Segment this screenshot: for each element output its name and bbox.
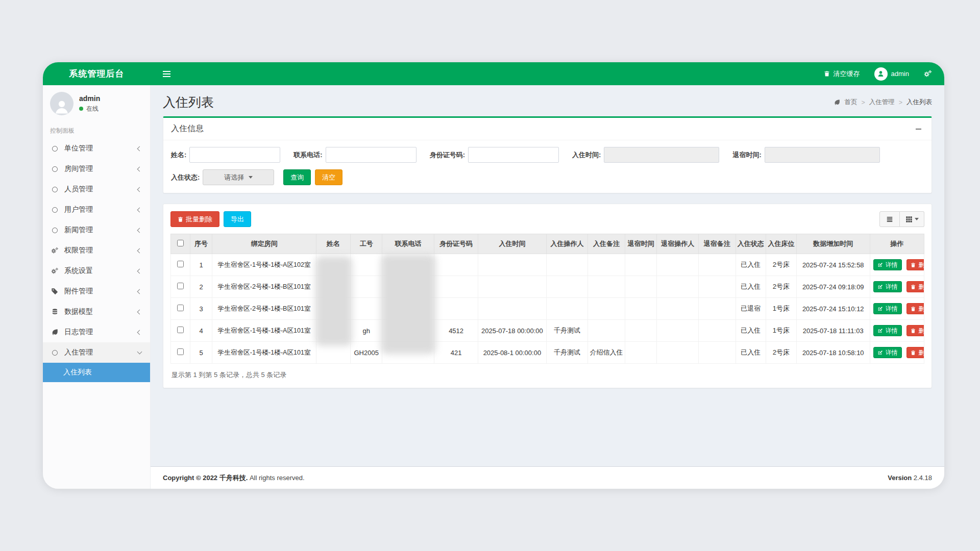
detail-button[interactable]: 详情 <box>873 259 902 270</box>
detail-button[interactable]: 详情 <box>873 325 902 336</box>
delete-button[interactable]: 删除 <box>906 303 924 314</box>
filter-panel-title: 入住信息 <box>171 123 204 134</box>
cell-phone <box>382 342 434 364</box>
checkin-time-input[interactable] <box>604 147 719 163</box>
cell-empno <box>350 254 382 276</box>
sidebar-item-日志管理[interactable]: 日志管理 <box>43 322 150 342</box>
delete-button[interactable]: 删除 <box>906 259 924 270</box>
cell-seq: 5 <box>190 342 212 364</box>
clear-cache-button[interactable]: 清空缓存 <box>824 69 860 79</box>
cell-seq: 4 <box>190 320 212 342</box>
clear-button[interactable]: 清空 <box>315 169 342 185</box>
chevron-icon <box>137 268 142 273</box>
top-navbar: 系统管理后台 清空缓存 admin <box>43 62 944 85</box>
cell-empno: GH2005 <box>350 342 382 364</box>
batch-delete-button[interactable]: 批量删除 <box>170 211 219 227</box>
cell-phone <box>382 320 434 342</box>
copyright-text: Copyright © 2022 千舟科技. All rights reserv… <box>163 473 305 483</box>
detail-button[interactable]: 详情 <box>873 347 902 358</box>
trash-icon <box>824 70 830 77</box>
table-panel: 批量删除 导出 <box>163 204 932 388</box>
name-input[interactable] <box>189 147 280 163</box>
chevron-icon <box>137 228 142 233</box>
checkout-time-input[interactable] <box>765 147 880 163</box>
cell-bed: 2号床 <box>766 276 797 298</box>
tag-icon <box>50 288 59 295</box>
column-settings-button[interactable] <box>900 211 924 227</box>
delete-button[interactable]: 删除 <box>906 281 924 292</box>
settings-button[interactable] <box>923 70 932 78</box>
circle-icon <box>50 146 59 152</box>
cogs-icon <box>923 70 932 78</box>
row-checkbox[interactable] <box>177 283 184 289</box>
chevron-icon <box>137 349 142 355</box>
cell-idcard <box>434 254 478 276</box>
phone-field-label: 联系电话: <box>293 151 322 160</box>
cell-status: 已入住 <box>736 342 766 364</box>
row-checkbox[interactable] <box>177 305 184 311</box>
row-checkbox[interactable] <box>177 348 184 355</box>
cell-checkout-time <box>625 320 657 342</box>
delete-button[interactable]: 删除 <box>906 347 924 358</box>
trash-icon <box>911 306 916 312</box>
chevron-icon <box>137 166 142 171</box>
collapse-icon[interactable] <box>913 124 924 134</box>
row-checkbox[interactable] <box>177 327 184 333</box>
cell-room: 学生宿舍区-2号楼-1楼-B区101室 <box>212 276 316 298</box>
cogs-icon <box>50 247 59 254</box>
detail-button[interactable]: 详情 <box>873 303 902 314</box>
sidebar-item-用户管理[interactable]: 用户管理 <box>43 199 150 220</box>
row-checkbox[interactable] <box>177 261 184 267</box>
sidebar-item-房间管理[interactable]: 房间管理 <box>43 159 150 179</box>
export-button[interactable]: 导出 <box>224 211 251 227</box>
sidebar-subitem-入住列表[interactable]: 入住列表 <box>43 363 150 382</box>
search-button[interactable]: 查询 <box>283 169 311 185</box>
sidebar-item-数据模型[interactable]: 数据模型 <box>43 302 150 322</box>
column-header: 入住操作人 <box>546 234 587 254</box>
cell-checkin-time <box>478 298 547 320</box>
cell-empno <box>350 298 382 320</box>
chevron-icon <box>137 289 142 294</box>
column-header: 退宿备注 <box>698 234 736 254</box>
cell-seq: 2 <box>190 276 212 298</box>
sidebar-item-新闻管理[interactable]: 新闻管理 <box>43 220 150 240</box>
sidebar-item-附件管理[interactable]: 附件管理 <box>43 281 150 302</box>
phone-input[interactable] <box>326 147 416 163</box>
sidebar-toggle-icon[interactable] <box>160 68 174 80</box>
toggle-pagination-button[interactable] <box>879 211 900 227</box>
column-header: 姓名 <box>316 234 351 254</box>
cell-checkin-note <box>588 276 625 298</box>
sidebar-item-单位管理[interactable]: 单位管理 <box>43 138 150 159</box>
cell-checkout-time <box>625 342 657 364</box>
user-menu[interactable]: admin <box>874 67 909 81</box>
circle-icon <box>50 207 59 213</box>
sidebar-item-系统设置[interactable]: 系统设置 <box>43 261 150 281</box>
breadcrumb-parent[interactable]: 入住管理 <box>869 98 895 107</box>
detail-button[interactable]: 详情 <box>873 281 902 292</box>
chevron-icon <box>137 146 142 151</box>
circle-icon <box>50 187 59 192</box>
sidebar-item-入住管理[interactable]: 入住管理 <box>43 342 150 363</box>
sidebar-item-权限管理[interactable]: 权限管理 <box>43 240 150 261</box>
cell-created: 2025-07-24 15:10:12 <box>796 298 870 320</box>
sidebar: admin 在线 控制面板 单位管理 房间管理 人员管理 用户管理 新闻管理 <box>43 85 151 489</box>
breadcrumb-home[interactable]: 首页 <box>844 98 857 107</box>
cell-created: 2025-07-18 11:11:03 <box>796 320 870 342</box>
circle-icon <box>50 350 59 356</box>
cell-phone <box>382 298 434 320</box>
brand-logo[interactable]: 系统管理后台 <box>43 68 151 80</box>
cell-room: 学生宿舍区-1号楼-1楼-A区101室 <box>212 342 316 364</box>
chevron-icon <box>137 187 142 192</box>
cell-checkin-operator <box>546 276 587 298</box>
delete-button[interactable]: 删除 <box>906 325 924 336</box>
idcard-input[interactable] <box>468 147 559 163</box>
cell-created: 2025-07-18 10:58:10 <box>796 342 870 364</box>
cell-checkout-time <box>625 276 657 298</box>
sidebar-item-人员管理[interactable]: 人员管理 <box>43 179 150 199</box>
name-field-label: 姓名: <box>171 151 186 160</box>
edit-icon <box>877 350 883 356</box>
cell-checkin-time <box>478 276 547 298</box>
page-title: 入住列表 <box>163 94 214 111</box>
select-all-checkbox[interactable] <box>177 240 184 246</box>
status-select[interactable]: 请选择 <box>203 169 274 185</box>
